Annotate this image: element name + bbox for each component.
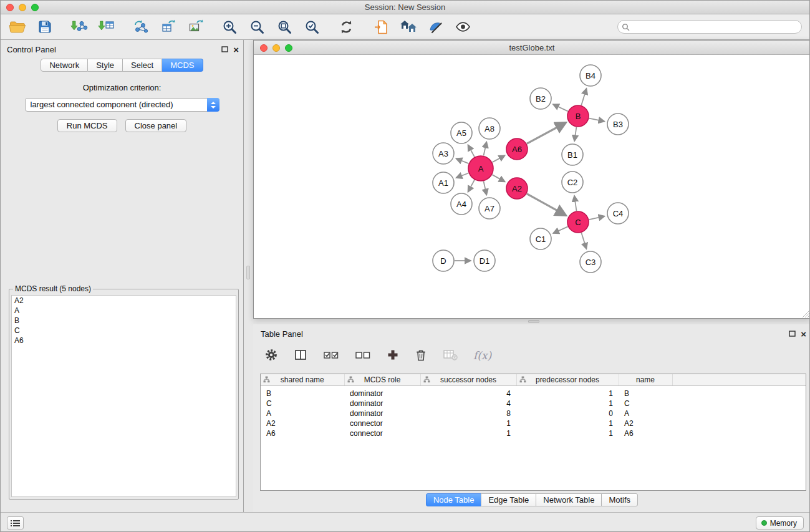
- table-cell[interactable]: 1: [516, 399, 619, 409]
- table-cell[interactable]: 1: [420, 428, 516, 438]
- graph-node-C1[interactable]: C1: [530, 228, 551, 249]
- graph-edge-C-C1[interactable]: [553, 226, 568, 233]
- criterion-dropdown[interactable]: largest connected component (directed): [25, 98, 219, 112]
- delete-column-button[interactable]: [415, 348, 427, 364]
- table-cell[interactable]: A6: [261, 428, 344, 438]
- graph-edge-A-A7[interactable]: [484, 181, 487, 195]
- table-cell[interactable]: B: [619, 385, 672, 399]
- graph-node-A2[interactable]: A2: [506, 178, 528, 199]
- table-cell[interactable]: 0: [516, 409, 619, 418]
- graph-node-C[interactable]: C: [567, 211, 589, 233]
- search-input[interactable]: [617, 20, 802, 34]
- tab-network-table[interactable]: Network Table: [536, 493, 602, 506]
- table-row[interactable]: Adominator80A: [261, 409, 806, 418]
- tab-select[interactable]: Select: [123, 59, 162, 72]
- horizontal-splitter[interactable]: [253, 319, 810, 324]
- column-header[interactable]: predecessor nodes: [516, 374, 619, 385]
- tab-mcds[interactable]: MCDS: [162, 59, 203, 72]
- graph-edge-A-A8[interactable]: [484, 142, 487, 156]
- graph-edge-C-C2[interactable]: [574, 196, 576, 211]
- graph-edge-A-A3[interactable]: [456, 158, 468, 163]
- zoom-out-button[interactable]: [247, 17, 268, 37]
- export-network-button[interactable]: [130, 17, 151, 37]
- main-titlebar[interactable]: Session: New Session: [1, 1, 809, 14]
- first-neighbors-button[interactable]: [398, 17, 418, 37]
- graph-node-C2[interactable]: C2: [562, 172, 583, 193]
- table-row[interactable]: Bdominator41B: [261, 385, 806, 399]
- table-cell[interactable]: connector: [344, 418, 420, 428]
- memory-button[interactable]: Memory: [756, 516, 804, 530]
- network-window-titlebar[interactable]: testGlobe.txt: [254, 41, 810, 55]
- open-session-button[interactable]: [7, 17, 27, 37]
- graph-node-B1[interactable]: B1: [562, 144, 583, 165]
- table-cell[interactable]: dominator: [344, 399, 420, 409]
- graph-edge-A-A2[interactable]: [492, 175, 504, 181]
- graph-edge-B-B3[interactable]: [589, 118, 605, 122]
- open-report-button[interactable]: [370, 17, 391, 37]
- zoom-in-button[interactable]: [219, 17, 240, 37]
- graph-node-C4[interactable]: C4: [607, 203, 629, 224]
- table-cell[interactable]: 1: [516, 428, 619, 438]
- vertical-splitter[interactable]: [244, 40, 253, 512]
- column-header[interactable]: name: [619, 374, 672, 385]
- tab-edge-table[interactable]: Edge Table: [481, 493, 536, 506]
- close-panel-icon[interactable]: ×: [233, 46, 239, 53]
- minimize-network-window-button[interactable]: [272, 44, 280, 52]
- table-cell[interactable]: 8: [420, 409, 516, 418]
- table-cell[interactable]: connector: [344, 428, 420, 438]
- network-canvas-area[interactable]: B4B2BB3A5A8A6B1A3AC2A1A2A4A7C4CC1C3DD1: [254, 55, 810, 318]
- unselect-all-button[interactable]: [355, 348, 371, 364]
- import-network-button[interactable]: [69, 17, 89, 37]
- result-item[interactable]: A6: [12, 336, 236, 346]
- resize-grip-icon[interactable]: [803, 311, 809, 317]
- table-cell[interactable]: 1: [516, 385, 619, 399]
- table-settings-button[interactable]: [264, 348, 278, 364]
- graph-node-A3[interactable]: A3: [433, 143, 454, 164]
- dropdown-stepper-icon[interactable]: [207, 98, 219, 112]
- table-cell[interactable]: 4: [420, 385, 516, 399]
- task-history-button[interactable]: [7, 516, 24, 530]
- table-cell[interactable]: C: [261, 399, 344, 409]
- zoom-window-button[interactable]: [31, 4, 39, 11]
- result-item[interactable]: C: [12, 326, 236, 336]
- zoom-selected-button[interactable]: [302, 17, 322, 37]
- tab-style[interactable]: Style: [88, 59, 123, 72]
- zoom-fit-button[interactable]: [274, 17, 295, 37]
- graph-node-D1[interactable]: D1: [474, 250, 495, 271]
- save-session-button[interactable]: [34, 17, 55, 37]
- network-view-window[interactable]: testGlobe.txt B4B2BB3A5A8A6B1A3AC2A1A2A4…: [253, 40, 810, 319]
- export-image-button[interactable]: [185, 17, 206, 37]
- float-panel-icon[interactable]: [789, 329, 796, 339]
- table-row[interactable]: Cdominator41C: [261, 399, 806, 409]
- close-window-button[interactable]: [6, 4, 14, 11]
- tab-motifs[interactable]: Motifs: [601, 493, 638, 506]
- graph-node-B4[interactable]: B4: [580, 65, 601, 86]
- apply-layout-button[interactable]: [336, 17, 357, 37]
- graph-edge-C-C4[interactable]: [589, 216, 605, 220]
- add-column-button[interactable]: [387, 349, 399, 363]
- column-visibility-button[interactable]: [294, 348, 307, 364]
- table-cell[interactable]: 1: [420, 418, 516, 428]
- mcds-result-list[interactable]: A2 A B C A6: [11, 295, 236, 497]
- graph-edge-B-B4[interactable]: [581, 89, 586, 105]
- tab-network[interactable]: Network: [41, 59, 88, 72]
- show-details-button[interactable]: [453, 17, 473, 37]
- graph-edge-A2-C[interactable]: [527, 194, 566, 216]
- result-item[interactable]: A2: [12, 296, 236, 306]
- graph-node-C3[interactable]: C3: [580, 251, 601, 273]
- graph-edge-B-B2[interactable]: [553, 104, 568, 111]
- graph-edge-C-C3[interactable]: [581, 233, 586, 249]
- table-cell[interactable]: dominator: [344, 409, 420, 418]
- table-cell[interactable]: 4: [420, 399, 516, 409]
- table-cell[interactable]: A2: [261, 418, 344, 428]
- node-table[interactable]: shared name MCDS role successor nodes pr…: [260, 374, 806, 491]
- graph-edge-A-A5[interactable]: [468, 145, 475, 157]
- graph-node-A1[interactable]: A1: [433, 172, 454, 193]
- network-canvas[interactable]: B4B2BB3A5A8A6B1A3AC2A1A2A4A7C4CC1C3DD1: [254, 55, 810, 318]
- minimize-window-button[interactable]: [19, 4, 26, 11]
- zoom-network-window-button[interactable]: [285, 44, 292, 52]
- table-cell[interactable]: A: [261, 409, 344, 418]
- tab-node-table[interactable]: Node Table: [426, 493, 482, 506]
- graph-node-B2[interactable]: B2: [530, 88, 551, 109]
- graph-node-D[interactable]: D: [433, 250, 454, 271]
